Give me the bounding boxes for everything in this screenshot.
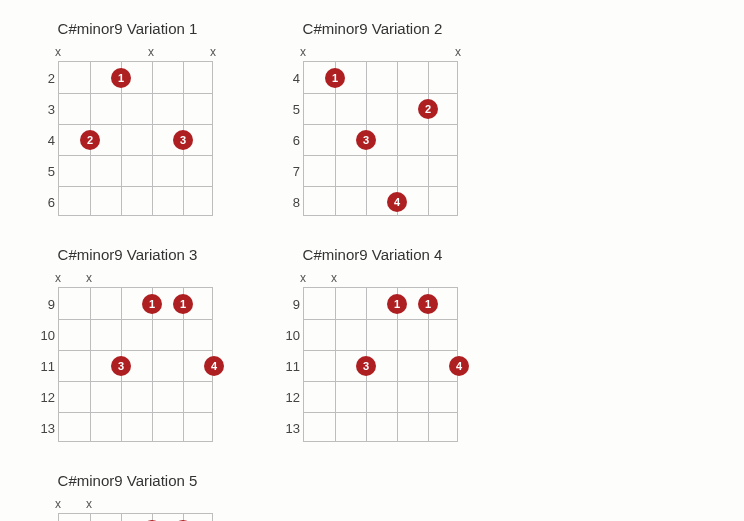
fret-number-label: 7 [280,163,300,178]
finger-dot: 4 [449,356,469,376]
finger-dot: 1 [111,68,131,88]
fret-number-label: 11 [35,358,55,373]
mute-mark: x [86,271,92,285]
chord-diagram: C#minor9 Variation 1xxx23456123 [30,20,225,216]
mute-mark: x [300,45,306,59]
chord-diagram: C#minor9 Variation 4xx9101112131134 [275,246,470,442]
mute-indicator-row: xx [58,271,225,287]
fret-number-label: 2 [35,70,55,85]
fret-number-label: 13 [35,420,55,435]
fret-number-label: 6 [35,194,55,209]
mute-indicator-row: xx [303,45,470,61]
chord-title: C#minor9 Variation 1 [30,20,225,37]
fret-number-label: 11 [280,358,300,373]
fret-number-label: 5 [35,163,55,178]
mute-mark: x [55,497,61,511]
finger-dot: 1 [142,294,162,314]
fretboard: 9101112131134 [58,287,213,442]
mute-indicator-row: xxx [58,45,225,61]
mute-mark: x [148,45,154,59]
finger-dot: 3 [173,130,193,150]
finger-dot: 2 [418,99,438,119]
finger-dot: 4 [387,192,407,212]
finger-dot: 2 [80,130,100,150]
chord-title: C#minor9 Variation 5 [30,472,225,489]
mute-indicator-row: xx [303,271,470,287]
fret-number-label: 10 [280,327,300,342]
chord-diagram: C#minor9 Variation 5xx9101112131134 [30,472,225,521]
fret-number-label: 12 [35,389,55,404]
fret-number-label: 13 [280,420,300,435]
fret-number-label: 9 [35,296,55,311]
finger-dot: 1 [325,68,345,88]
fretboard: 9101112131134 [303,287,458,442]
fretboard: 23456123 [58,61,213,216]
mute-mark: x [300,271,306,285]
mute-mark: x [455,45,461,59]
fret-number-label: 9 [280,296,300,311]
fret-number-label: 6 [280,132,300,147]
fret-number-label: 4 [35,132,55,147]
fretboard: 456781234 [303,61,458,216]
fret-number-label: 3 [35,101,55,116]
finger-dot: 3 [356,356,376,376]
finger-dot: 3 [356,130,376,150]
mute-mark: x [55,271,61,285]
finger-dot: 1 [418,294,438,314]
fret-number-label: 4 [280,70,300,85]
mute-mark: x [210,45,216,59]
chord-title: C#minor9 Variation 3 [30,246,225,263]
chord-title: C#minor9 Variation 2 [275,20,470,37]
fret-number-label: 10 [35,327,55,342]
fretboard: 9101112131134 [58,513,213,521]
finger-dot: 1 [173,294,193,314]
mute-mark: x [55,45,61,59]
chord-diagram: C#minor9 Variation 3xx9101112131134 [30,246,225,442]
finger-dot: 4 [204,356,224,376]
mute-mark: x [331,271,337,285]
mute-indicator-row: xx [58,497,225,513]
fret-number-label: 5 [280,101,300,116]
fret-number-label: 8 [280,194,300,209]
fret-number-label: 12 [280,389,300,404]
chord-title: C#minor9 Variation 4 [275,246,470,263]
finger-dot: 1 [387,294,407,314]
finger-dot: 3 [111,356,131,376]
mute-mark: x [86,497,92,511]
chord-diagram: C#minor9 Variation 2xx456781234 [275,20,470,216]
